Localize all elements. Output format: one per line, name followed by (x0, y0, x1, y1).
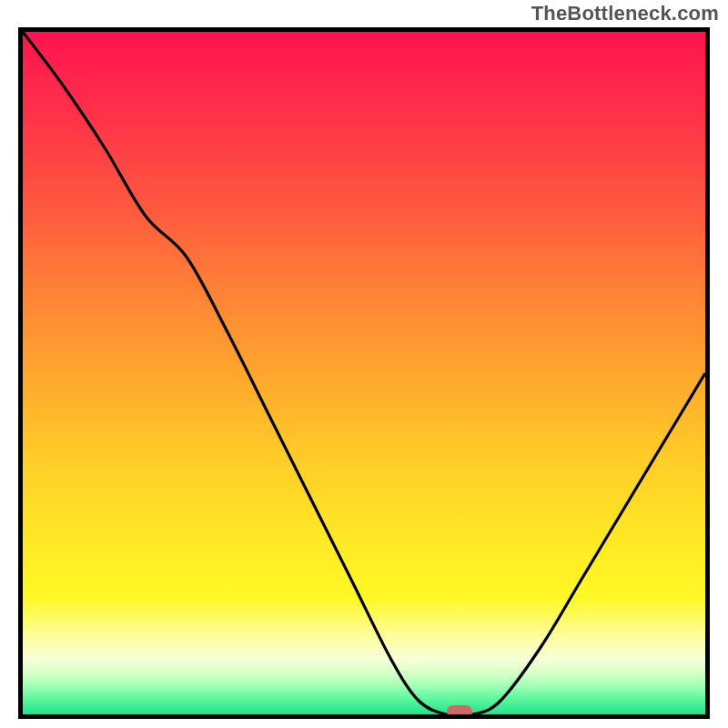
plot-frame (18, 27, 710, 719)
optimal-marker (447, 705, 472, 718)
bottleneck-curve (23, 32, 705, 714)
watermark-text: TheBottleneck.com (531, 2, 719, 25)
curve-path (23, 32, 705, 714)
chart-container: TheBottleneck.com (0, 0, 728, 728)
